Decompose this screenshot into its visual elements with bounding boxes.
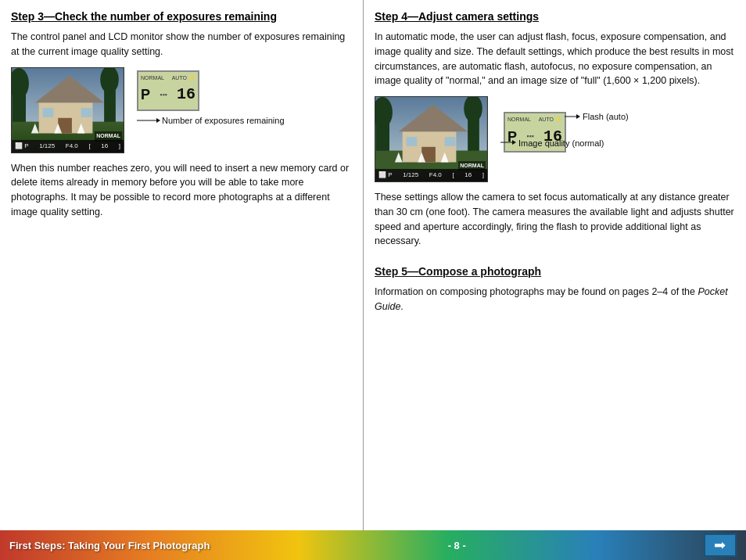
svg-marker-33 [512,140,516,145]
bottom-bar: First Steps: Taking Your First Photograp… [0,530,746,560]
step4-title: Step 4—Adjust camera settings [375,9,735,23]
step5-end: . [400,301,403,312]
status-left-p: ⬜ P [15,142,29,151]
status-left-num: 16 [101,142,108,151]
next-button[interactable]: ➡ [704,533,737,557]
step3-para1: The control panel and LCD monitor show t… [11,30,352,59]
lcd-left-auto: AUTO [172,74,187,83]
lcd-left-p: P [141,88,150,102]
step5-section: Step 5—Compose a photograph Information … [375,264,735,314]
exposure-label-area: Number of exposures remaining [137,114,285,127]
svg-marker-31 [576,114,580,119]
lcd-right-normal: NORMAL [507,116,531,124]
step4-para1: In automatic mode, the user can adjust f… [375,30,735,88]
step5-para: Information on composing photographs may… [375,285,735,314]
quality-label: Image quality (normal) [518,137,604,150]
step3-para2: When this number reaches zero, you will … [11,161,352,220]
status-right-bracket: [ [452,171,454,180]
flash-label-container: Flash (auto) [565,110,629,124]
flash-arrow [565,113,580,120]
step3-title: Step 3—Check the number of exposures rem… [11,9,352,23]
status-left-bracket: [ [88,142,90,151]
status-right-aperture: F4.0 [429,171,442,180]
camera-viewfinder-left: NORMAL ⬜ P 1/125 F4.0 [ 16 ] [11,67,124,153]
step5-title: Step 5—Compose a photograph [375,264,735,278]
lcd-left-flash-icon: ⚡ [188,74,195,83]
step3-display-area: NORMAL ⬜ P 1/125 F4.0 [ 16 ] [11,67,352,153]
step5-para-text: Information on composing photographs may… [375,286,698,297]
exposure-arrow [137,116,160,125]
svg-rect-25 [407,137,418,146]
lcd-right-auto-area: AUTO ⚡ [539,116,562,124]
left-panel: Step 3—Check the number of exposures rem… [0,0,364,530]
flash-label: Flash (auto) [583,110,629,124]
status-left-aperture: F4.0 [66,142,78,151]
step4-display-area: NORMAL ⬜ P 1/125 F4.0 [ 16 ] [375,96,735,182]
camera-viewfinder-right: NORMAL ⬜ P 1/125 F4.0 [ 16 ] [375,96,488,182]
lcd-right-auto: AUTO [539,116,554,124]
lcd-right-flash-icon: ⚡ [555,116,562,124]
lcd-left-normal: NORMAL [141,74,164,83]
step4-lcd-container: NORMAL AUTO ⚡ P ▪▪▪ 16 [504,99,566,153]
lcd-left-value: 16 [177,83,195,106]
svg-marker-15 [156,118,160,123]
right-panel: Step 4—Adjust camera settings In automat… [364,0,746,530]
lcd-left-dots: ▪▪▪ [160,90,167,101]
lcd-left-auto-area: AUTO ⚡ [172,74,195,83]
step4-para2: These settings allow the camera to set f… [375,190,735,249]
quality-arrow [500,138,516,146]
exposure-label-text: Number of exposures remaining [162,114,285,127]
status-right-speed: 1/125 [403,171,418,180]
svg-rect-10 [81,108,92,117]
status-left-bracket2: ] [119,142,120,151]
next-arrow-icon: ➡ [714,537,726,554]
svg-rect-9 [43,108,54,117]
quality-label-container: Image quality (normal) [500,135,604,150]
page-number: - 8 - [448,540,466,551]
footer-title: First Steps: Taking Your First Photograp… [9,540,210,551]
camera-status-bar-left: ⬜ P 1/125 F4.0 [ 16 ] [12,140,124,153]
svg-rect-26 [445,137,456,146]
lcd-screen-left: NORMAL AUTO ⚡ P ▪▪▪ 16 [137,70,199,111]
status-right-p: ⬜ P [378,171,393,180]
camera-status-bar-right: ⬜ P 1/125 F4.0 [ 16 ] [375,169,487,181]
status-right-bracket2: ] [482,171,484,180]
status-left-speed: 1/125 [39,142,55,151]
status-right-num: 16 [464,171,472,180]
